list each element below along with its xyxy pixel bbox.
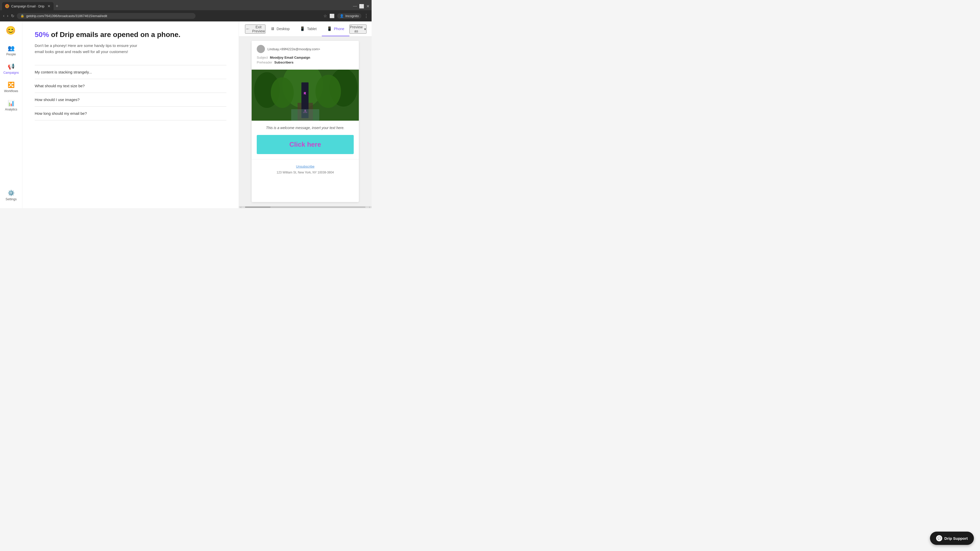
window-controls: — ⬜ ✕: [353, 4, 369, 9]
profile-icon: 👤: [340, 14, 344, 18]
preheader-row: Preheader Subscribers: [257, 60, 354, 64]
email-body: 行者滝 不滝流 100M This is a welcome message, …: [251, 70, 359, 159]
app-container: 😊 👥 People 📢 Campaigns 🔀 Workflows 📊 Ana…: [0, 21, 372, 208]
phone-icon: 📱: [327, 26, 332, 31]
tab-bar: 🌿 Campaign Email · Drip ✕ + — ⬜ ✕: [0, 0, 372, 10]
faq-item[interactable]: How should I use images?: [35, 93, 226, 106]
reload-button[interactable]: ↻: [11, 14, 14, 18]
welcome-text: This is a welcome message, insert your t…: [251, 121, 359, 135]
tab-desktop-label: Desktop: [277, 27, 290, 31]
cta-container: Click here: [251, 135, 359, 159]
tab-title: Campaign Email · Drip: [11, 4, 45, 8]
avatar: [257, 45, 265, 53]
preview-nav: ← Exit Preview 🖥 Desktop 📱 Tablet 📱 Phon…: [239, 21, 372, 37]
browser-toolbar: ‹ › ↻ 🔒 getdrip.com/7641396/broadcasts/3…: [0, 10, 372, 21]
tab-phone[interactable]: 📱 Phone: [322, 22, 349, 36]
faq-item-text: How long should my email be?: [35, 111, 87, 116]
sidebar-item-label: Campaigns: [3, 71, 19, 75]
close-window-button[interactable]: ✕: [366, 4, 369, 9]
scroll-left-arrow[interactable]: ‹: [239, 205, 243, 208]
sidebar-item-label: Analytics: [5, 108, 17, 111]
forward-button[interactable]: ›: [7, 14, 8, 18]
analytics-icon: 📊: [8, 100, 14, 106]
scroll-track: [245, 206, 366, 208]
faq-item[interactable]: My content is stacking strangely...: [35, 65, 226, 79]
sidebar-item-analytics[interactable]: 📊 Analytics: [0, 97, 22, 114]
desktop-icon: 🖥: [270, 27, 275, 31]
email-preview-container: Lindsay,<89f4222e@moodjoy.com> Subject M…: [239, 37, 372, 206]
logo-icon: 😊: [6, 26, 16, 35]
active-tab[interactable]: 🌿 Campaign Email · Drip ✕: [2, 2, 54, 10]
lock-icon: 🔒: [21, 14, 24, 17]
browser-menu-button[interactable]: ⋮: [364, 13, 369, 19]
minimize-button[interactable]: —: [353, 4, 357, 9]
email-hero-image: 行者滝 不滝流 100M: [251, 70, 359, 121]
app-logo[interactable]: 😊: [6, 25, 17, 37]
tablet-icon: 📱: [300, 26, 305, 31]
sidebar-item-label: Settings: [6, 197, 17, 201]
main-headline: 50% of Drip emails are opened on a phone…: [35, 30, 226, 39]
preview-tabs: 🖥 Desktop 📱 Tablet 📱 Phone: [266, 22, 349, 36]
browser-chrome: 🌿 Campaign Email · Drip ✕ + — ⬜ ✕ ‹ › ↻ …: [0, 0, 372, 21]
scroll-thumb: [245, 206, 270, 208]
main-content: 50% of Drip emails are opened on a phone…: [22, 21, 372, 208]
workflows-icon: 🔀: [8, 82, 14, 88]
subject-row: Subject Moodjoy Email Campaign: [257, 56, 354, 59]
headline-percent: 50%: [35, 30, 49, 38]
url-text: getdrip.com/7641396/broadcasts/318674615…: [26, 14, 192, 18]
faq-item[interactable]: What should my text size be?: [35, 79, 226, 93]
faq-item-text: My content is stacking strangely...: [35, 70, 92, 74]
sidebar-item-settings[interactable]: ⚙️ Settings: [0, 187, 22, 204]
chevron-down-icon: ▾: [364, 27, 366, 31]
settings-icon: ⚙️: [8, 190, 14, 197]
email-meta: Subject Moodjoy Email Campaign Preheader…: [257, 56, 354, 64]
sidebar-item-workflows[interactable]: 🔀 Workflows: [0, 79, 22, 96]
preview-as-button[interactable]: Preview as ▾: [349, 24, 366, 34]
tab-desktop[interactable]: 🖥 Desktop: [266, 22, 295, 36]
sidebar-item-people[interactable]: 👥 People: [0, 42, 22, 59]
toolbar-right: ☆ ⬜ 👤 Incognito ⋮: [323, 13, 369, 19]
svg-rect-11: [291, 109, 319, 121]
right-panel: ← Exit Preview 🖥 Desktop 📱 Tablet 📱 Phon…: [239, 21, 372, 208]
new-tab-button[interactable]: +: [56, 3, 59, 9]
tab-tablet[interactable]: 📱 Tablet: [295, 22, 321, 36]
subtext: Don't be a phoney! Here are some handy t…: [35, 43, 147, 55]
back-arrow-icon: ←: [245, 26, 250, 32]
subject-label: Subject: [257, 56, 268, 59]
exit-preview-button[interactable]: ← Exit Preview: [245, 24, 266, 34]
tab-favicon: 🌿: [5, 4, 9, 8]
svg-point-5: [315, 75, 341, 108]
hero-image-svg: 行者滝 不滝流 100M: [251, 70, 359, 121]
footer-address: 123 William St, New York, NY 10038-3804: [277, 171, 334, 174]
profile-label: Incognito: [345, 14, 359, 18]
email-preview-card: Lindsay,<89f4222e@moodjoy.com> Subject M…: [251, 41, 359, 202]
headline-text: of Drip emails are opened on a phone.: [49, 30, 180, 38]
split-view-icon[interactable]: ⬜: [329, 14, 334, 18]
preheader-value: Subscribers: [274, 60, 293, 64]
preheader-label: Preheader: [257, 60, 272, 64]
people-icon: 👥: [8, 45, 14, 52]
scroll-right-arrow[interactable]: ›: [368, 205, 372, 208]
profile-button[interactable]: 👤 Incognito: [337, 13, 361, 19]
tab-tablet-label: Tablet: [307, 27, 317, 31]
scroll-indicator: ‹ ›: [239, 206, 372, 208]
back-button[interactable]: ‹: [3, 14, 4, 18]
bookmark-icon[interactable]: ☆: [323, 14, 327, 18]
email-cta-button[interactable]: Click here: [257, 135, 354, 154]
faq-item-text: How should I use images?: [35, 97, 80, 102]
sidebar: 😊 👥 People 📢 Campaigns 🔀 Workflows 📊 Ana…: [0, 21, 22, 208]
faq-item-text: What should my text size be?: [35, 84, 85, 88]
faq-item[interactable]: How long should my email be?: [35, 106, 226, 121]
sidebar-item-label: Workflows: [4, 89, 18, 93]
email-footer: Unsubscribe 123 William St, New York, NY…: [251, 159, 359, 179]
tab-close-button[interactable]: ✕: [48, 4, 51, 8]
address-bar[interactable]: 🔒 getdrip.com/7641396/broadcasts/3186746…: [17, 13, 196, 19]
email-from-row: Lindsay,<89f4222e@moodjoy.com>: [257, 45, 354, 53]
faq-list: My content is stacking strangely... What…: [35, 65, 226, 121]
subject-value: Moodjoy Email Campaign: [270, 56, 310, 59]
unsubscribe-link[interactable]: Unsubscribe: [257, 165, 354, 168]
preview-as-label: Preview as: [350, 25, 363, 33]
email-header: Lindsay,<89f4222e@moodjoy.com> Subject M…: [251, 41, 359, 70]
sidebar-item-campaigns[interactable]: 📢 Campaigns: [0, 60, 22, 78]
maximize-button[interactable]: ⬜: [359, 4, 364, 9]
